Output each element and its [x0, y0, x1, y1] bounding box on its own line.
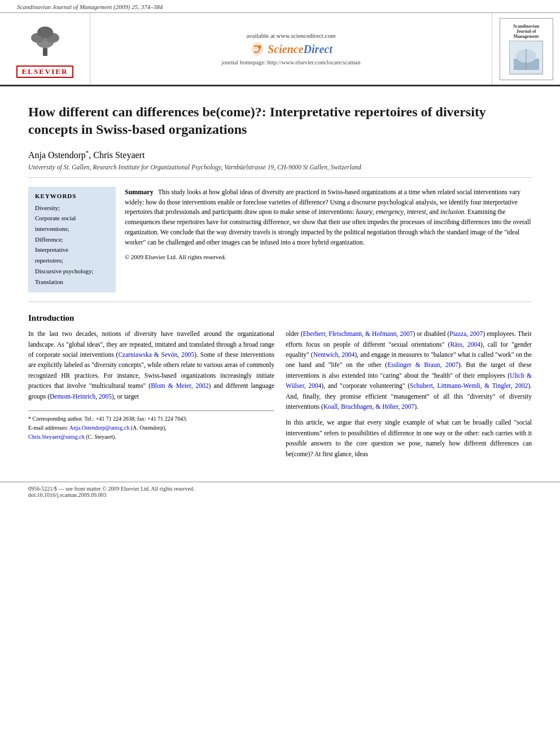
two-column-layout: In the last two decades, notions of dive…	[28, 329, 532, 465]
keyword-item: Translation	[35, 277, 109, 287]
ref-piazza[interactable]: Piazza, 2007	[449, 330, 483, 337]
ref-blom[interactable]: Blom & Meier, 2002	[151, 382, 208, 389]
keywords-box: KEYWORDS Diversity; Corporate social int…	[28, 187, 116, 293]
col-right: older (Eberherr, Fleischmann, & Hofmann,…	[286, 329, 532, 465]
svg-point-5	[258, 45, 261, 49]
journal-logo-title: ScandinavianJournal ofManagement	[513, 24, 539, 39]
ref-esslinger[interactable]: Esslinger & Braun, 2007	[387, 361, 458, 368]
footnote-1: * Corresponding author. Tel.: +41 71 224…	[28, 414, 274, 423]
article-body: How different can differences be(come)?:…	[0, 86, 560, 476]
intro-paragraph-left: In the last two decades, notions of dive…	[28, 329, 274, 401]
col-left: In the last two decades, notions of dive…	[28, 329, 274, 465]
elsevier-tree-icon	[25, 20, 65, 63]
journal-name: Scandinavian Journal of Management (2009…	[17, 3, 163, 10]
elsevier-label: ELSEVIER	[16, 65, 74, 78]
copyright-text: © 2009 Elsevier Ltd. All rights reserved…	[125, 252, 532, 262]
ref-czarniawska[interactable]: Czarniawska & Sevón, 2005	[118, 351, 194, 358]
available-text: available at www.sciencedirect.com	[246, 32, 335, 39]
elsevier-logo-box: ELSEVIER	[0, 13, 90, 85]
introduction-title: Introduction	[28, 313, 532, 323]
article-authors: Anja Ostendorp*, Chris Steyaert	[28, 148, 532, 160]
article-title: How different can differences be(come)?:…	[28, 103, 532, 138]
svg-rect-0	[43, 48, 47, 56]
homepage-text: journal homepage: http://www.elsevier.co…	[222, 59, 361, 65]
intro-paragraph-right-2: In this article, we argue that every sin…	[286, 417, 532, 459]
ref-eberherr[interactable]: Eberherr, Fleischmann, & Hofmann, 2007	[303, 330, 413, 337]
email-ostendorp[interactable]: Anja.Ostendorp@unisg.ch	[69, 425, 129, 431]
footer-issn: 0956-5221/$ — see front matter © 2009 El…	[28, 486, 532, 492]
email-steyaert[interactable]: Chris.Steyaert@unisg.ch	[28, 434, 85, 440]
keywords-list: Diversity; Corporate social intervention…	[35, 203, 109, 287]
journal-logo-image	[509, 41, 543, 75]
journal-logo-box: ScandinavianJournal ofManagement	[492, 13, 560, 85]
footnote-area: * Corresponding author. Tel.: +41 71 224…	[28, 410, 274, 442]
svg-point-4	[37, 27, 53, 38]
center-banner: available at www.sciencedirect.com Scien…	[90, 13, 492, 85]
footer-doi: doi:10.1016/j.scaman.2009.09.003	[28, 492, 532, 498]
keyword-item: Diversity;	[35, 203, 109, 213]
ref-koall[interactable]: Koall, Bruchhagen, & Höher, 2007	[323, 403, 414, 410]
ref-nentwich[interactable]: Nentwich, 2004	[313, 351, 355, 358]
footnote-3: Chris.Steyaert@unisg.ch (C. Steyaert).	[28, 433, 274, 442]
footnote-2: E-mail addresses: Anja.Ostendorp@unisg.c…	[28, 423, 274, 433]
ref-schubert[interactable]: Schubert, Littmann-Wemli, & Tingler, 200…	[410, 382, 528, 389]
keyword-item: Difference;	[35, 234, 109, 245]
abstract-section: KEYWORDS Diversity; Corporate social int…	[28, 187, 532, 303]
page: Scandinavian Journal of Management (2009…	[0, 0, 560, 747]
top-banner: ELSEVIER available at www.sciencedirect.…	[0, 13, 560, 86]
keyword-item: Corporate social	[35, 213, 109, 224]
journal-logo-inner: ScandinavianJournal ofManagement	[500, 18, 553, 80]
keywords-title: KEYWORDS	[35, 193, 109, 199]
article-affiliation: University of St. Gallen, Research Insti…	[28, 164, 532, 178]
intro-paragraph-right-1: older (Eberherr, Fleischmann, & Hofmann,…	[286, 329, 532, 412]
summary-label: Summary	[125, 188, 154, 196]
sciencedirect-logo: ScienceDirect	[250, 41, 332, 57]
keyword-item: Discursive psychology;	[35, 266, 109, 277]
authors-text: Anja Ostendorp*, Chris Steyaert	[28, 150, 145, 160]
keyword-item: interventions;	[35, 224, 109, 234]
summary-box: Summary This study looks at how global i…	[125, 187, 532, 293]
keyword-item: Interpretative	[35, 244, 109, 255]
keyword-item: repertoires;	[35, 255, 109, 266]
page-footer: 0956-5221/$ — see front matter © 2009 El…	[0, 482, 560, 501]
summary-text: This study looks at how global ideas of …	[125, 189, 531, 246]
ref-demont[interactable]: Demont-Heinrich, 2005	[50, 393, 112, 400]
sciencedirect-label: ScienceDirect	[268, 43, 332, 56]
journal-header: Scandinavian Journal of Management (2009…	[0, 0, 560, 13]
ref-rass[interactable]: Räss, 2004	[450, 341, 480, 348]
